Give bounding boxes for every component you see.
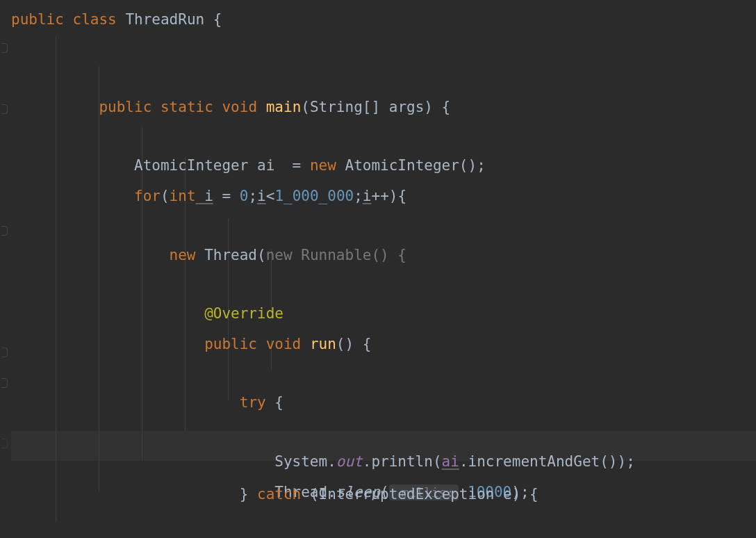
code-content[interactable]: public class ThreadRun { public static v… xyxy=(10,0,756,538)
code-line[interactable]: } xyxy=(11,522,756,536)
code-line[interactable]: AtomicInteger ai = new AtomicInteger(); xyxy=(11,66,756,97)
editor-gutter xyxy=(0,0,10,538)
code-line[interactable]: new Thread(new Runnable() { xyxy=(11,127,756,158)
code-line[interactable]: public static void main(String[] args) { xyxy=(11,36,756,67)
code-editor[interactable]: public class ThreadRun { public static v… xyxy=(0,0,756,538)
code-line[interactable]: try { xyxy=(11,218,756,249)
code-line[interactable]: public class ThreadRun { xyxy=(11,6,756,36)
